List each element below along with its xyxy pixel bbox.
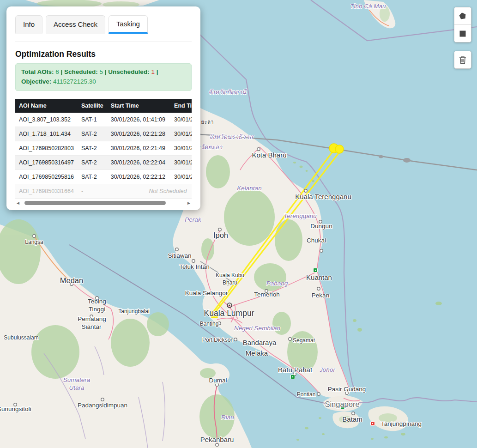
- map-label: ยะลา: [201, 119, 214, 125]
- table-cell: -: [78, 184, 107, 198]
- aoi-marker-center: [372, 423, 373, 424]
- table-cell: 30/01/2026, 02:21:49: [107, 141, 170, 155]
- summary-segment: Objective:: [21, 78, 53, 85]
- column-header: AOI Name: [15, 99, 78, 113]
- map-label: Kota Bharu: [252, 151, 286, 159]
- city-dot: [320, 249, 323, 252]
- table-cell: 30/01/2026, 0: [170, 141, 192, 155]
- map-label: Singapore: [325, 400, 359, 408]
- table-cell: 30/01/2026, 0: [170, 127, 192, 141]
- city-dot: [352, 412, 355, 415]
- city-dot: [317, 393, 320, 395]
- app-window: Tỉnh Cà Mauจังหวัดปัตตานียะลาจังหวัดนราธ…: [0, 0, 477, 448]
- results-table-wrap: AOI NameSatelliteStart TimeEnd Time AOI_…: [15, 99, 192, 199]
- draw-polygon-button[interactable]: [454, 7, 471, 24]
- map-label: Segamat: [293, 337, 315, 344]
- tab-divider: [15, 42, 192, 42]
- map-label: Kuala Terengganu: [295, 193, 351, 200]
- summary-segment: |: [103, 68, 108, 75]
- map-controls: [454, 7, 471, 69]
- map-label: Subulussalam: [4, 334, 38, 341]
- map-label: Sumatera: [63, 376, 91, 383]
- tab-bar: InfoAccess CheckTasking: [15, 15, 192, 34]
- scrollbar-thumb[interactable]: [24, 201, 166, 205]
- summary-segment: Unscheduled:: [108, 68, 151, 75]
- city-dot: [101, 398, 104, 401]
- draw-rectangle-button[interactable]: [454, 24, 471, 42]
- map-label: Negeri Sembilan: [234, 325, 280, 332]
- map-label: จังหวัดปัตตานี: [208, 89, 247, 96]
- city-dot: [192, 260, 195, 262]
- table-cell: 30/01/2026, 02:22:04: [107, 155, 170, 170]
- table-row: AOI_1769850282803SAT-230/01/2026, 02:21:…: [15, 141, 192, 155]
- map-label: Tinggi: [89, 306, 105, 313]
- map-label: Pasir Gudang: [328, 386, 366, 393]
- aoi-footprint-circle[interactable]: [335, 145, 344, 153]
- rectangle-icon: [458, 29, 467, 38]
- summary-segment: 6: [55, 68, 59, 75]
- map-label: Padangsidimpuan: [78, 402, 127, 409]
- draw-control-group: [454, 7, 471, 42]
- map-label: Temerloh: [254, 291, 280, 298]
- map-label: Teluk Intan: [179, 263, 209, 270]
- tab-info[interactable]: Info: [15, 15, 42, 34]
- tab-access-check[interactable]: Access Check: [46, 15, 105, 34]
- table-cell: SAT-2: [78, 127, 107, 141]
- table-cell: AOI_1769850316497: [15, 155, 78, 170]
- map-label: Tỉnh Cà Mau: [350, 3, 386, 10]
- table-row: AOI_1.718_101.434SAT-230/01/2026, 02:21:…: [15, 127, 192, 141]
- map-label: Medan: [60, 276, 83, 285]
- table-cell: AOI_1769850331664: [15, 184, 78, 198]
- map-label: Gunungsitoli: [0, 406, 31, 412]
- map-label: จังหวัดนราธิวาส: [209, 133, 254, 140]
- delete-shapes-button[interactable]: [454, 51, 471, 68]
- map-label: Batu Pahat: [278, 366, 313, 374]
- map-label: Port Dickson: [202, 337, 234, 343]
- map-label: Riau: [221, 414, 234, 421]
- summary-segment: Scheduled:: [64, 68, 100, 75]
- horizontal-scrollbar[interactable]: ◄ ►: [15, 200, 192, 206]
- summary-segment: 1: [151, 68, 155, 75]
- map-label: Terengganu: [284, 212, 317, 219]
- table-cell: AOI_1769850282803: [15, 141, 78, 155]
- map-label: Kuantan: [306, 273, 332, 281]
- table-body: AOI_3.807_103.352SAT-130/01/2026, 01:41:…: [15, 113, 192, 199]
- table-cell: 30/01/2026, 02:21:28: [107, 127, 170, 141]
- results-table: AOI NameSatelliteStart TimeEnd Time AOI_…: [15, 99, 192, 199]
- scroll-left-arrow-icon[interactable]: ◄: [15, 200, 21, 206]
- scrollbar-track[interactable]: [21, 201, 186, 205]
- city-dot: [304, 189, 307, 192]
- summary-segment: Total AOIs:: [21, 68, 55, 75]
- table-cell: SAT-2: [78, 155, 107, 170]
- table-cell: 30/01/2026, 0: [170, 170, 192, 184]
- summary-segment: |: [59, 68, 64, 75]
- map-label: Dungun: [310, 223, 332, 230]
- summary-segment: |: [155, 68, 158, 75]
- optimization-summary: Total AOIs: 6 | Scheduled: 5 | Unschedul…: [15, 63, 192, 91]
- map-label: Sitiawan: [168, 252, 191, 259]
- city-dot: [289, 338, 291, 340]
- map-label: Kuala Selangor: [185, 290, 228, 297]
- map-label: Kelantan: [237, 185, 261, 192]
- city-dot: [257, 148, 260, 151]
- route-dot: [403, 158, 411, 163]
- table-cell: 30/01/2026, 02:22:12: [107, 170, 170, 184]
- map-label: Bharu: [223, 279, 237, 286]
- capital-city-icon-dot: [229, 304, 230, 306]
- table-row: AOI_3.807_103.352SAT-130/01/2026, 01:41:…: [15, 113, 192, 127]
- table-cell: AOI_1.718_101.434: [15, 127, 78, 141]
- map-label: Langsa: [25, 239, 43, 245]
- table-cell: SAT-1: [78, 113, 107, 127]
- summary-segment: 5: [100, 68, 103, 75]
- table-cell: 30/01/2026, 0: [170, 113, 192, 127]
- table-cell: SAT-2: [78, 170, 107, 184]
- tab-tasking[interactable]: Tasking: [109, 15, 148, 34]
- map-label: Ipoh: [213, 231, 228, 239]
- delete-control-group: [454, 51, 471, 69]
- route-dot: [379, 155, 383, 158]
- table-cell: SAT-2: [78, 141, 107, 155]
- city-dot: [33, 235, 36, 237]
- map-label: Melaka: [246, 349, 268, 357]
- map-label: Pekan: [312, 292, 329, 299]
- scroll-right-arrow-icon[interactable]: ►: [186, 200, 192, 206]
